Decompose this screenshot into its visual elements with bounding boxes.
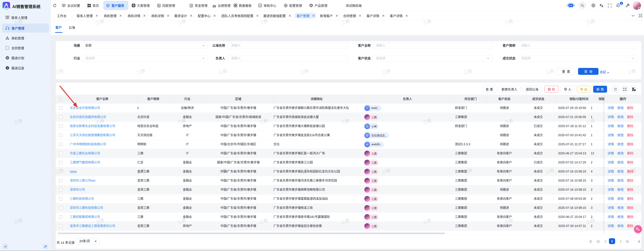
svg-text:AI企业管理: AI企业管理 <box>4 9 8 10</box>
